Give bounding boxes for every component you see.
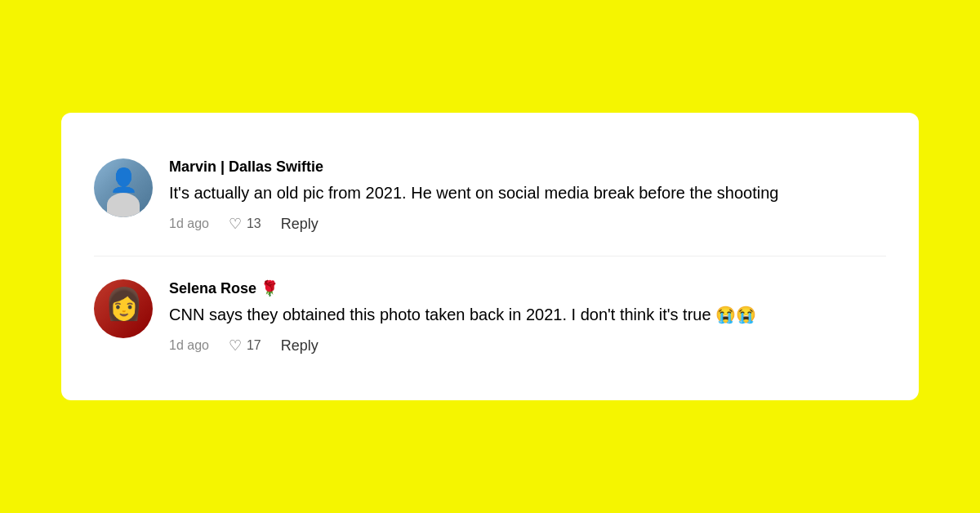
like-button[interactable]: ♡ 17 (229, 337, 261, 355)
comment-body: Selena Rose 🌹 CNN says they obtained thi… (169, 279, 886, 355)
like-button[interactable]: ♡ 13 (229, 215, 261, 233)
comment-text: CNN says they obtained this photo taken … (169, 302, 886, 327)
avatar (94, 158, 153, 217)
divider (94, 256, 886, 256)
comment-meta: 1d ago ♡ 13 Reply (169, 215, 886, 233)
comment-body: Marvin | Dallas Swiftie It's actually an… (169, 158, 886, 233)
like-count: 17 (247, 338, 261, 353)
comment-item: Selena Rose 🌹 CNN says they obtained thi… (94, 260, 886, 374)
comment-text: It's actually an old pic from 2021. He w… (169, 181, 886, 205)
comment-meta: 1d ago ♡ 17 Reply (169, 337, 886, 355)
comment-time: 1d ago (169, 216, 209, 231)
comments-card: Marvin | Dallas Swiftie It's actually an… (61, 113, 919, 400)
comment-username: Selena Rose 🌹 (169, 279, 886, 297)
avatar (94, 279, 153, 338)
heart-icon: ♡ (229, 215, 242, 233)
heart-icon: ♡ (229, 337, 242, 355)
reply-button[interactable]: Reply (281, 337, 318, 355)
comment-time: 1d ago (169, 338, 209, 353)
reply-button[interactable]: Reply (281, 216, 318, 233)
like-count: 13 (247, 216, 261, 231)
comment-item: Marvin | Dallas Swiftie It's actually an… (94, 139, 886, 252)
comment-username: Marvin | Dallas Swiftie (169, 158, 886, 176)
